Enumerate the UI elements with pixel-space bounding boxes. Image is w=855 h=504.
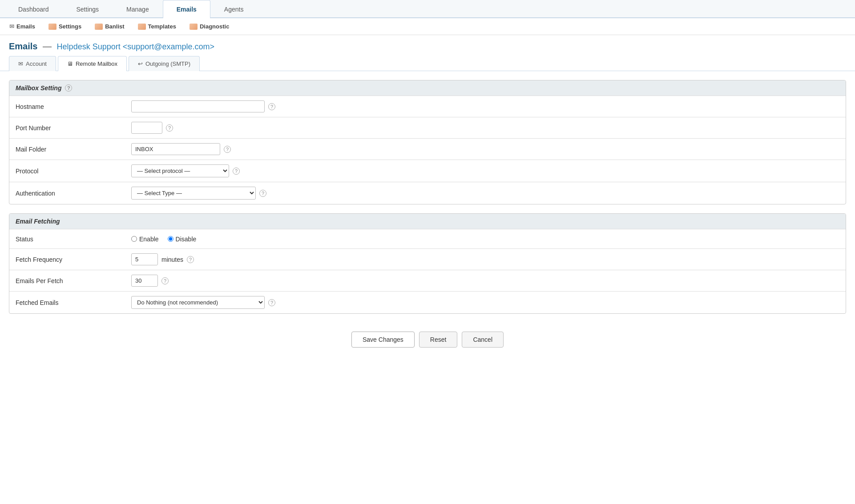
hostname-input[interactable] xyxy=(131,100,265,112)
emails-per-fetch-control: ? xyxy=(131,275,839,287)
cancel-button[interactable]: Cancel xyxy=(462,332,504,348)
settings-icon xyxy=(48,24,56,30)
button-row: Save Changes Reset Cancel xyxy=(9,323,846,356)
fetched-emails-select[interactable]: Do Nothing (not recommended) Mark as Rea… xyxy=(131,296,265,309)
fetched-emails-help-icon[interactable]: ? xyxy=(268,299,275,306)
top-nav-tab-emails[interactable]: Emails xyxy=(163,0,210,18)
port-number-label: Port Number xyxy=(16,124,131,132)
subnav-templates[interactable]: Templates xyxy=(136,22,178,31)
top-nav-tab-dashboard[interactable]: Dashboard xyxy=(4,0,63,18)
fetch-frequency-row: Fetch Frequency minutes ? xyxy=(9,248,846,270)
envelope-icon: ✉ xyxy=(9,23,14,30)
mailbox-setting-help-icon[interactable]: ? xyxy=(65,84,72,92)
emails-per-fetch-row: Emails Per Fetch ? xyxy=(9,270,846,291)
mail-folder-input[interactable] xyxy=(131,143,220,155)
emails-per-fetch-label: Emails Per Fetch xyxy=(16,277,131,284)
email-fetching-panel: Email Fetching Status Enable Disable Fet… xyxy=(9,213,846,314)
fetched-emails-row: Fetched Emails Do Nothing (not recommend… xyxy=(9,291,846,313)
port-help-icon[interactable]: ? xyxy=(166,124,173,132)
status-row: Status Enable Disable xyxy=(9,229,846,248)
top-nav-tab-settings[interactable]: Settings xyxy=(63,0,113,18)
fetched-emails-label: Fetched Emails xyxy=(16,299,131,306)
subnav-emails[interactable]: ✉ Emails xyxy=(7,22,37,31)
account-tab-icon: ✉ xyxy=(18,60,23,67)
authentication-row: Authentication — Select Type — Plain OAu… xyxy=(9,182,846,204)
diagnostic-icon xyxy=(190,24,198,30)
main-content: Mailbox Setting ? Hostname ? Port Number… xyxy=(0,71,855,365)
authentication-help-icon[interactable]: ? xyxy=(259,190,266,197)
remote-mailbox-tab-icon: 🖥 xyxy=(67,60,73,67)
status-label: Status xyxy=(16,236,131,243)
tab-account[interactable]: ✉ Account xyxy=(9,56,56,71)
hostname-control: ? xyxy=(131,100,839,112)
fetch-frequency-help-icon[interactable]: ? xyxy=(187,256,194,263)
emails-per-fetch-help-icon[interactable]: ? xyxy=(161,277,169,284)
page-title: Emails — Helpdesk Support <support@examp… xyxy=(0,35,855,56)
subnav-settings[interactable]: Settings xyxy=(46,22,84,31)
subnav-diagnostic[interactable]: Diagnostic xyxy=(187,22,231,31)
status-disable-radio[interactable] xyxy=(168,236,173,242)
fetch-frequency-label: Fetch Frequency xyxy=(16,256,131,263)
port-number-row: Port Number ? xyxy=(9,117,846,138)
top-nav-tab-agents[interactable]: Agents xyxy=(210,0,258,18)
port-number-input[interactable] xyxy=(131,122,162,134)
mail-folder-help-icon[interactable]: ? xyxy=(224,146,231,153)
top-nav-tab-manage[interactable]: Manage xyxy=(113,0,163,18)
minutes-label: minutes xyxy=(161,256,183,263)
protocol-help-icon[interactable]: ? xyxy=(233,168,240,175)
top-nav: Dashboard Settings Manage Emails Agents xyxy=(0,0,855,18)
sub-nav: ✉ Emails Settings Banlist Templates Diag… xyxy=(0,18,855,35)
hostname-help-icon[interactable]: ? xyxy=(268,103,275,110)
reset-button[interactable]: Reset xyxy=(419,332,458,348)
tab-outgoing-smtp[interactable]: ↩ Outgoing (SMTP) xyxy=(129,56,200,71)
fetch-frequency-control: minutes ? xyxy=(131,253,839,265)
banlist-icon xyxy=(95,24,103,30)
status-enable-radio[interactable] xyxy=(131,236,137,242)
fetched-emails-control: Do Nothing (not recommended) Mark as Rea… xyxy=(131,296,839,309)
mailbox-setting-panel: Mailbox Setting ? Hostname ? Port Number… xyxy=(9,80,846,204)
protocol-row: Protocol — Select protocol — IMAP POP3 ? xyxy=(9,160,846,182)
hostname-label: Hostname xyxy=(16,103,131,110)
port-number-control: ? xyxy=(131,122,839,134)
outgoing-smtp-tab-icon: ↩ xyxy=(138,60,143,67)
email-fetching-header: Email Fetching xyxy=(9,214,846,229)
mail-folder-control: ? xyxy=(131,143,839,155)
status-enable-label[interactable]: Enable xyxy=(131,236,159,243)
subnav-banlist[interactable]: Banlist xyxy=(93,22,126,31)
mailbox-setting-header: Mailbox Setting ? xyxy=(9,80,846,96)
protocol-select[interactable]: — Select protocol — IMAP POP3 xyxy=(131,164,229,177)
protocol-label: Protocol xyxy=(16,168,131,175)
mail-folder-label: Mail Folder xyxy=(16,146,131,153)
fetch-frequency-input[interactable] xyxy=(131,253,158,265)
tab-remote-mailbox[interactable]: 🖥 Remote Mailbox xyxy=(58,56,127,71)
status-control: Enable Disable xyxy=(131,236,839,243)
protocol-control: — Select protocol — IMAP POP3 ? xyxy=(131,164,839,177)
templates-icon xyxy=(138,24,146,30)
emails-per-fetch-input[interactable] xyxy=(131,275,158,287)
authentication-control: — Select Type — Plain OAuth2 ? xyxy=(131,187,839,200)
hostname-row: Hostname ? xyxy=(9,96,846,117)
status-disable-label[interactable]: Disable xyxy=(168,236,197,243)
authentication-select[interactable]: — Select Type — Plain OAuth2 xyxy=(131,187,256,200)
mail-folder-row: Mail Folder ? xyxy=(9,138,846,160)
save-changes-button[interactable]: Save Changes xyxy=(351,332,415,348)
authentication-label: Authentication xyxy=(16,190,131,197)
inner-tabs: ✉ Account 🖥 Remote Mailbox ↩ Outgoing (S… xyxy=(0,56,855,71)
